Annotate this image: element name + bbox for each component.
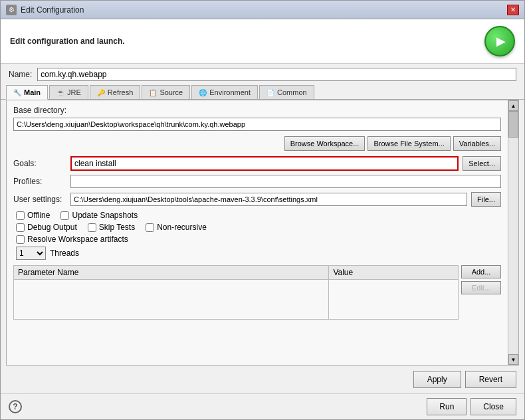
tab-environment-label: Environment xyxy=(209,88,251,96)
non-recursive-checkbox[interactable] xyxy=(146,223,154,232)
params-col-name: Parameter Name xyxy=(14,266,329,280)
skip-tests-checkbox[interactable] xyxy=(88,223,96,232)
tab-common[interactable]: 📄 Common xyxy=(259,85,314,99)
revert-button[interactable]: Revert xyxy=(465,371,516,388)
goals-select-button[interactable]: Select... xyxy=(463,156,501,171)
param-value-cell xyxy=(329,280,459,320)
threads-label: Threads xyxy=(50,249,79,258)
tabs-bar: 🔧 Main ☕ JRE 🔑 Refresh 📋 Source 🌐 Enviro… xyxy=(1,85,524,100)
help-icon[interactable]: ? xyxy=(9,400,22,413)
tab-source[interactable]: 📋 Source xyxy=(142,85,190,99)
variables-button[interactable]: Variables... xyxy=(453,136,501,151)
name-input[interactable] xyxy=(37,68,516,81)
skip-tests-checkbox-item: Skip Tests xyxy=(88,223,135,232)
name-label: Name: xyxy=(9,70,32,79)
run-icon[interactable] xyxy=(484,26,515,56)
browse-file-system-button[interactable]: Browse File System... xyxy=(368,136,450,151)
tab-jre[interactable]: ☕ JRE xyxy=(49,85,88,99)
params-table: Parameter Name Value xyxy=(13,265,459,320)
params-section: Parameter Name Value Add... xyxy=(13,265,501,320)
footer-right: Run Close xyxy=(427,398,516,415)
tab-main[interactable]: 🔧 Main xyxy=(6,85,48,100)
tab-refresh-label: Refresh xyxy=(108,88,134,96)
offline-checkbox-item: Offline xyxy=(16,211,50,220)
environment-tab-icon: 🌐 xyxy=(199,89,207,96)
goals-label: Goals: xyxy=(13,159,66,168)
scrollbar-track xyxy=(508,111,518,354)
close-button[interactable]: Close xyxy=(471,398,516,415)
run-button[interactable]: Run xyxy=(427,398,467,415)
close-button[interactable]: ✕ xyxy=(507,5,519,15)
param-name-cell xyxy=(14,280,329,320)
goals-row: Goals: Select... xyxy=(13,156,501,171)
skip-tests-label: Skip Tests xyxy=(99,223,135,232)
checkboxes-row-3: Resolve Workspace artifacts xyxy=(13,235,501,244)
tab-main-label: Main xyxy=(24,88,41,96)
refresh-tab-icon: 🔑 xyxy=(97,89,105,96)
tab-source-label: Source xyxy=(159,88,183,96)
offline-checkbox[interactable] xyxy=(16,211,25,220)
scrollbar[interactable]: ▲ ▼ xyxy=(508,100,518,365)
user-settings-label: User settings: xyxy=(13,195,66,204)
params-table-wrapper: Parameter Name Value xyxy=(13,265,459,320)
scrollbar-thumb[interactable] xyxy=(508,111,518,138)
tab-refresh[interactable]: 🔑 Refresh xyxy=(90,85,141,99)
base-dir-label: Base directory: xyxy=(13,106,501,115)
main-content: Base directory: Browse Workspace... Brow… xyxy=(7,100,508,365)
name-row: Name: xyxy=(1,64,524,85)
scrollbar-up-button[interactable]: ▲ xyxy=(508,100,518,111)
checkboxes-row-2: Debug Output Skip Tests Non-recursive xyxy=(13,223,501,232)
title-bar: ⚙ Edit Configuration ✕ xyxy=(1,1,524,19)
tab-jre-label: JRE xyxy=(67,88,81,96)
edit-param-button[interactable]: Edit... xyxy=(461,281,501,294)
update-snapshots-checkbox-item: Update Snapshots xyxy=(60,211,138,220)
dialog-title: Edit Configuration xyxy=(21,5,84,15)
dialog-header: Edit configuration and launch. xyxy=(1,19,524,64)
tab-environment[interactable]: 🌐 Environment xyxy=(191,85,258,99)
bottom-buttons: Apply Revert xyxy=(1,366,524,393)
resolve-workspace-label: Resolve Workspace artifacts xyxy=(27,235,128,244)
update-snapshots-label: Update Snapshots xyxy=(72,211,138,220)
resolve-workspace-checkbox[interactable] xyxy=(16,235,25,244)
goals-input-wrapper xyxy=(70,156,459,171)
main-tab-icon: 🔧 xyxy=(13,89,21,96)
add-param-button[interactable]: Add... xyxy=(461,265,501,278)
apply-button[interactable]: Apply xyxy=(413,371,461,388)
dialog-icon: ⚙ xyxy=(6,5,17,15)
debug-output-checkbox[interactable] xyxy=(16,223,25,232)
browse-workspace-button[interactable]: Browse Workspace... xyxy=(284,136,366,151)
user-settings-file-button[interactable]: File... xyxy=(471,192,501,207)
profiles-input[interactable] xyxy=(70,175,501,188)
common-tab-icon: 📄 xyxy=(266,89,274,96)
non-recursive-checkbox-item: Non-recursive xyxy=(146,223,207,232)
threads-row: 1 2 4 8 Threads xyxy=(13,247,501,260)
source-tab-icon: 📋 xyxy=(149,89,157,96)
resolve-workspace-checkbox-item: Resolve Workspace artifacts xyxy=(16,235,128,244)
threads-select[interactable]: 1 2 4 8 xyxy=(16,247,46,260)
header-text: Edit configuration and launch. xyxy=(10,37,125,46)
offline-label: Offline xyxy=(27,211,50,220)
goals-input[interactable] xyxy=(70,156,459,171)
debug-output-label: Debug Output xyxy=(27,223,77,232)
browse-buttons-row: Browse Workspace... Browse File System..… xyxy=(13,136,501,151)
debug-output-checkbox-item: Debug Output xyxy=(16,223,77,232)
table-row xyxy=(14,280,459,320)
profiles-row: Profiles: xyxy=(13,175,501,188)
update-snapshots-checkbox[interactable] xyxy=(60,211,69,220)
non-recursive-label: Non-recursive xyxy=(157,223,207,232)
checkboxes-row-1: Offline Update Snapshots xyxy=(13,211,501,220)
base-dir-input[interactable] xyxy=(13,118,501,131)
params-buttons: Add... Edit... xyxy=(461,265,501,320)
params-col-value: Value xyxy=(329,266,459,280)
tab-common-label: Common xyxy=(277,88,307,96)
scrollbar-down-button[interactable]: ▼ xyxy=(508,354,518,365)
profiles-label: Profiles: xyxy=(13,177,66,186)
jre-tab-icon: ☕ xyxy=(56,89,64,96)
footer: ? Run Close xyxy=(1,393,524,419)
user-settings-row: User settings: File... xyxy=(13,192,501,207)
user-settings-input[interactable] xyxy=(70,193,467,206)
content-area: Base directory: Browse Workspace... Brow… xyxy=(6,100,519,366)
